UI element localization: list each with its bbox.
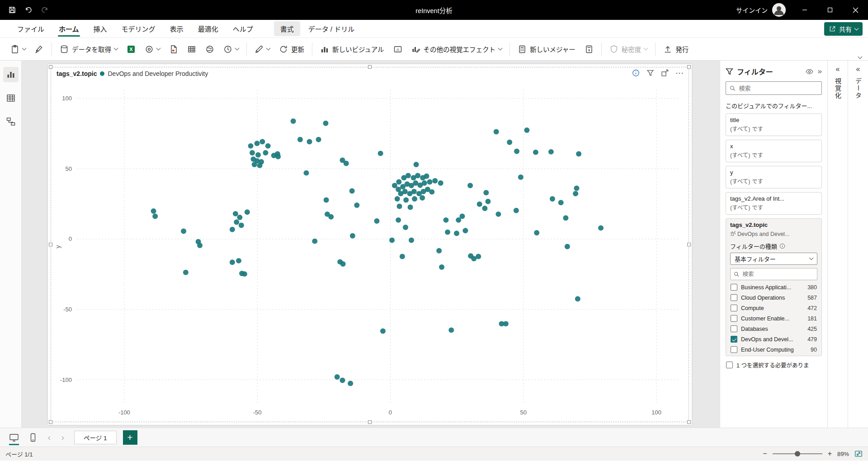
add-page-button[interactable]: + [123, 430, 137, 445]
enter-data-button[interactable] [183, 40, 200, 58]
ribbon-tab[interactable]: データ / ドリル [302, 20, 361, 38]
checkbox[interactable] [731, 294, 737, 301]
more-options-icon[interactable]: ⋯ [675, 71, 684, 75]
paste-button[interactable] [6, 40, 30, 58]
format-painter-button[interactable] [31, 40, 48, 58]
resize-handle[interactable] [687, 420, 691, 424]
zoom-out-button[interactable]: − [763, 450, 767, 458]
filter-search[interactable] [726, 81, 822, 95]
checkbox[interactable] [731, 315, 737, 322]
undo-button[interactable] [21, 2, 36, 18]
ribbon-tab[interactable]: 書式 [274, 21, 300, 36]
filter-type-select[interactable]: 基本フィルター [730, 253, 817, 265]
expand-panel-icon[interactable]: « [856, 65, 860, 73]
new-measure-button[interactable]: 新しいメジャー [514, 40, 580, 58]
desktop-layout-button[interactable] [6, 429, 22, 446]
filter-value-row[interactable]: Business Applicati... 380 [730, 282, 817, 292]
checkbox[interactable] [731, 346, 737, 353]
filter-value-row[interactable]: Customer Enable... 181 [730, 313, 817, 324]
text-box-button[interactable]: A [389, 40, 406, 58]
account-avatar[interactable] [772, 3, 786, 17]
dataverse-button[interactable] [201, 40, 218, 58]
collapse-ribbon-button[interactable] [858, 55, 863, 59]
quick-measure-button[interactable] [580, 40, 598, 58]
filter-card[interactable]: x (すべて) です [726, 140, 822, 162]
collapsed-panel[interactable]: « 視覚化 [827, 61, 848, 428]
more-visuals-button[interactable]: その他の視覚エフェクト [407, 40, 506, 58]
resize-handle[interactable] [687, 243, 691, 246]
checkbox[interactable] [731, 325, 737, 332]
page-tab[interactable]: ページ 1 [74, 431, 117, 444]
filter-value-search-input[interactable] [742, 271, 814, 278]
ribbon-tab[interactable]: ファイル [11, 20, 51, 38]
zoom-in-button[interactable]: + [828, 450, 832, 458]
share-button[interactable]: 共有 [824, 22, 863, 36]
filter-card[interactable]: tags_v2.Area of Int... (すべて) です [726, 192, 822, 215]
minimize-button[interactable] [792, 0, 817, 20]
info-icon[interactable] [632, 69, 640, 77]
get-data-button[interactable]: データを取得 [56, 40, 122, 58]
ribbon-tab[interactable]: 挿入 [87, 20, 113, 38]
refresh-button[interactable]: 更新 [275, 40, 308, 58]
zoom-slider-handle[interactable] [795, 451, 800, 456]
transform-data-button[interactable] [250, 40, 274, 58]
filter-value-row[interactable]: Databases 425 [730, 324, 817, 334]
checkbox[interactable] [731, 284, 737, 291]
expand-panel-icon[interactable]: « [836, 65, 840, 73]
filter-value-row[interactable]: Cloud Operations 587 [730, 292, 817, 303]
excel-workbook-button[interactable]: X [123, 40, 140, 58]
publish-button[interactable]: 発行 [659, 40, 693, 58]
close-button[interactable] [843, 0, 868, 20]
onelake-data-hub-button[interactable] [141, 40, 164, 58]
save-button[interactable] [5, 2, 20, 18]
filter-card-expanded[interactable]: tags_v2.topic が DevOps and Devel... フィルタ… [726, 218, 822, 356]
focus-mode-icon[interactable] [661, 69, 669, 77]
data-view-button[interactable] [3, 90, 19, 106]
resize-handle[interactable] [687, 65, 691, 69]
filter-funnel-icon[interactable] [646, 69, 654, 77]
share-icon [829, 25, 836, 33]
filter-card[interactable]: y (すべて) です [726, 166, 822, 188]
checkbox[interactable] [726, 362, 733, 368]
filter-value-row[interactable]: DevOps and Devel... 479 [730, 334, 817, 344]
ribbon-tab[interactable]: 表示 [164, 20, 190, 38]
model-view-button[interactable] [3, 114, 19, 129]
report-page[interactable]: tags_v2.topic DevOps and Developer Produ… [48, 64, 692, 425]
resize-handle[interactable] [49, 420, 52, 424]
filter-value-row[interactable]: End-User Computing 90 [730, 344, 817, 355]
resize-handle[interactable] [49, 65, 52, 69]
require-single-selection-row[interactable]: 1 つを選択する必要がありま [720, 358, 827, 372]
scatter-chart[interactable]: 100500-50-100-100-50050100y [53, 84, 687, 420]
info-icon[interactable] [779, 243, 785, 249]
resize-handle[interactable] [368, 65, 372, 69]
eye-icon[interactable] [806, 68, 813, 75]
new-visual-button[interactable]: 新しいビジュアル [316, 40, 388, 58]
resize-handle[interactable] [49, 243, 52, 246]
previous-page-button[interactable]: ‹ [44, 433, 54, 442]
filter-search-input[interactable] [739, 85, 818, 92]
mobile-layout-button[interactable] [25, 429, 41, 446]
maximize-button[interactable] [817, 0, 843, 20]
filter-value-row[interactable]: Compute 472 [730, 303, 817, 313]
ribbon-tab[interactable]: モデリング [115, 20, 162, 38]
filter-card[interactable]: title (すべて) です [726, 113, 822, 136]
report-document-button[interactable] [165, 40, 182, 58]
checkbox[interactable] [731, 336, 737, 343]
ribbon-tab[interactable]: ヘルプ [226, 20, 259, 38]
chevron-down-icon [266, 46, 271, 51]
recent-sources-button[interactable] [219, 40, 243, 58]
ribbon-tab[interactable]: ホーム [52, 20, 85, 38]
ribbon-tab[interactable]: 最適化 [192, 20, 225, 38]
next-page-button[interactable]: › [58, 433, 68, 442]
redo-button[interactable] [37, 2, 52, 18]
report-view-button[interactable] [3, 67, 19, 82]
collapse-panel-icon[interactable]: » [818, 67, 822, 76]
collapsed-panel[interactable]: « データ [848, 61, 868, 428]
filter-value-search[interactable] [730, 268, 817, 280]
zoom-slider[interactable] [773, 453, 822, 454]
resize-handle[interactable] [368, 420, 372, 424]
fit-to-page-icon[interactable] [854, 450, 863, 458]
scatter-visual[interactable]: tags_v2.topic DevOps and Developer Produ… [51, 67, 689, 422]
checkbox[interactable] [731, 305, 737, 311]
sign-in-button[interactable]: サインイン [731, 5, 772, 14]
